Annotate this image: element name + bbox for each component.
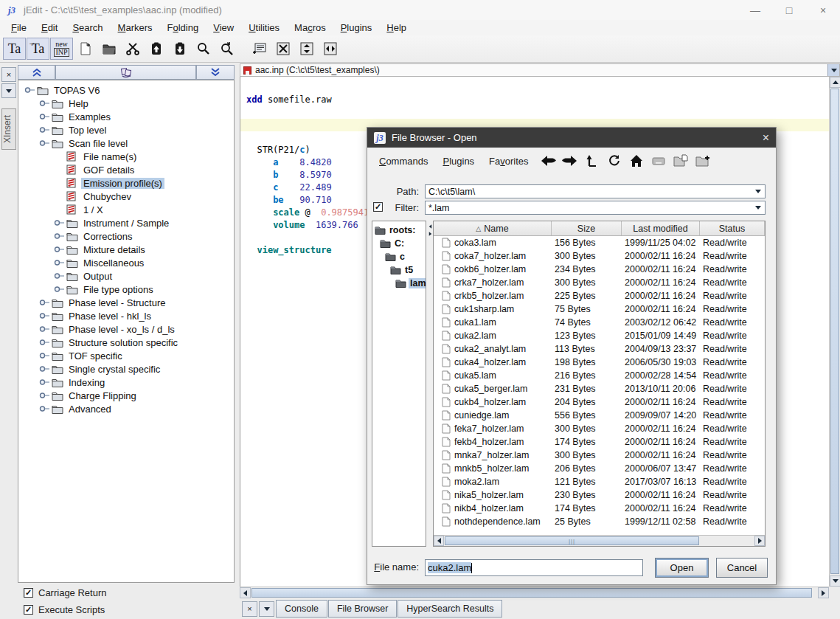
scroll-right-button[interactable] bbox=[818, 587, 829, 598]
open-file-button[interactable] bbox=[97, 38, 120, 60]
expand-handle-icon[interactable] bbox=[39, 299, 52, 306]
expand-handle-icon[interactable] bbox=[54, 286, 66, 293]
ta-arrow-button[interactable]: →Ta bbox=[27, 38, 49, 60]
xinsert-menu-button[interactable] bbox=[1, 83, 16, 98]
roots-tree-item[interactable]: c bbox=[372, 250, 426, 263]
close-button[interactable]: × bbox=[806, 0, 840, 20]
file-row[interactable]: mnka7_holzer.lam300 Bytes2000/02/11 16:2… bbox=[434, 449, 765, 462]
tree-item[interactable]: File name(s) bbox=[18, 150, 234, 163]
menu-search[interactable]: Search bbox=[65, 20, 110, 35]
horizontal-scroll-thumb[interactable]: ||| bbox=[445, 536, 699, 545]
roots-tree-item[interactable]: t5 bbox=[372, 263, 426, 277]
column-header-size[interactable]: Size bbox=[552, 221, 622, 235]
expand-handle-icon[interactable] bbox=[54, 246, 66, 253]
tree-item[interactable]: Structure solution specific bbox=[18, 336, 234, 349]
dock-tab-console[interactable]: Console bbox=[276, 600, 327, 618]
reload-tree-button[interactable] bbox=[55, 65, 196, 80]
file-row[interactable]: coka7_holzer.lam300 Bytes2000/02/11 16:2… bbox=[434, 249, 765, 263]
column-header-name[interactable]: △Name bbox=[434, 221, 552, 235]
roots-tree-item[interactable]: roots: bbox=[372, 224, 426, 237]
expand-handle-icon[interactable] bbox=[39, 113, 52, 120]
roots-button[interactable] bbox=[649, 152, 669, 170]
expand-handle-icon[interactable] bbox=[54, 272, 66, 280]
tree-item[interactable]: Miscellaneous bbox=[18, 256, 234, 269]
file-row[interactable]: nothdependence.lam25 Bytes1999/12/11 02:… bbox=[434, 515, 765, 528]
path-combo[interactable]: C:\c\t5\lam\ bbox=[425, 184, 766, 198]
buffer-switcher[interactable]: aac.inp (C:\c\t5\test_examples\) bbox=[240, 63, 840, 77]
dialog-close-button[interactable]: × bbox=[763, 131, 769, 145]
expand-handle-icon[interactable] bbox=[39, 339, 52, 346]
reload-button[interactable] bbox=[605, 152, 625, 170]
scroll-down-button[interactable] bbox=[830, 575, 840, 587]
tree-item[interactable]: Charge Flipping bbox=[18, 389, 234, 402]
dialog-menu-commands[interactable]: Commands bbox=[372, 156, 435, 167]
split-horizontal-button[interactable] bbox=[295, 38, 318, 60]
forward-button[interactable] bbox=[560, 152, 580, 170]
menu-help[interactable]: Help bbox=[379, 20, 414, 35]
dock-close-button[interactable]: × bbox=[242, 601, 257, 617]
tree-item[interactable]: Top level bbox=[18, 123, 234, 136]
dialog-menu-plugins[interactable]: Plugins bbox=[435, 156, 482, 167]
dock-tab-file-browser[interactable]: File Browser bbox=[328, 600, 397, 618]
tree-item[interactable]: Corrections bbox=[18, 229, 234, 243]
tree-item[interactable]: Scan file level bbox=[18, 136, 234, 150]
tree-item[interactable]: Output bbox=[18, 269, 234, 283]
file-row[interactable]: feka7_holzer.lam300 Bytes2000/02/11 16:2… bbox=[434, 422, 765, 435]
checkbox[interactable]: ✓ bbox=[24, 588, 33, 598]
tree-item[interactable]: Advanced bbox=[18, 402, 234, 415]
filter-combo[interactable]: *.lam bbox=[425, 201, 766, 215]
xinsert-close-button[interactable]: × bbox=[1, 67, 16, 82]
find-button[interactable] bbox=[192, 38, 215, 60]
file-row[interactable]: cuniedge.lam556 Bytes2009/09/07 14:20Rea… bbox=[434, 409, 765, 422]
new-directory-button[interactable] bbox=[693, 152, 713, 170]
new-inp-button[interactable]: newINP bbox=[50, 38, 73, 60]
checkbox[interactable]: ✓ bbox=[24, 605, 33, 615]
tree-item[interactable]: Instrument / Sample bbox=[18, 216, 234, 229]
xinsert-dock-tab[interactable]: XInsert bbox=[1, 108, 16, 150]
column-header-status[interactable]: Status bbox=[700, 221, 765, 235]
split-vertical-button[interactable] bbox=[319, 38, 341, 60]
expand-handle-icon[interactable] bbox=[24, 86, 37, 94]
scroll-up-button[interactable] bbox=[830, 77, 840, 88]
file-row[interactable]: mnkb5_holzer.lam206 Bytes2000/06/07 13:4… bbox=[434, 462, 765, 475]
tree-item[interactable]: Phase level - xo_ls / d_ls bbox=[18, 322, 234, 336]
dialog-titlebar[interactable]: j3 File Browser - Open × bbox=[367, 128, 776, 148]
tree-table-splitter[interactable] bbox=[427, 221, 433, 547]
expand-handle-icon[interactable] bbox=[39, 392, 52, 399]
expand-handle-icon[interactable] bbox=[39, 325, 52, 333]
back-button[interactable] bbox=[538, 152, 558, 170]
collapse-left-icon[interactable] bbox=[428, 224, 431, 229]
tree-item[interactable]: Phase level - hkl_ls bbox=[18, 309, 234, 322]
tree-item[interactable]: TOPAS V6 bbox=[18, 83, 234, 97]
file-row[interactable]: cuka2.lam123 Bytes2015/01/09 14:49Read/w… bbox=[434, 329, 765, 342]
expand-handle-icon[interactable] bbox=[39, 378, 52, 386]
editor-horizontal-scrollbar[interactable] bbox=[240, 587, 829, 598]
file-row[interactable]: nika5_holzer.lam230 Bytes2000/02/11 16:2… bbox=[434, 488, 765, 502]
synchronize-button[interactable] bbox=[671, 152, 691, 170]
expand-handle-icon[interactable] bbox=[54, 219, 66, 226]
roots-tree-item[interactable]: lam bbox=[372, 277, 426, 290]
tree-item[interactable]: Phase level - Structure bbox=[18, 296, 234, 309]
column-header-last-modified[interactable]: Last modified bbox=[622, 221, 700, 235]
menu-folding[interactable]: Folding bbox=[160, 20, 206, 35]
file-row[interactable]: cuka4_holzer.lam198 Bytes2006/05/30 19:0… bbox=[434, 356, 765, 369]
file-row[interactable]: fekb4_holzer.lam174 Bytes2000/02/11 16:2… bbox=[434, 435, 765, 449]
expand-handle-icon[interactable] bbox=[39, 139, 52, 147]
collapse-all-button[interactable] bbox=[18, 65, 55, 80]
horizontal-scroll-thumb[interactable] bbox=[251, 588, 812, 598]
menu-utilities[interactable]: Utilities bbox=[241, 20, 287, 35]
table-horizontal-scrollbar[interactable]: ||| bbox=[434, 535, 765, 546]
unsplit-button[interactable] bbox=[271, 38, 294, 60]
macros-button[interactable] bbox=[248, 38, 271, 60]
menu-edit[interactable]: Edit bbox=[34, 20, 65, 35]
open-button[interactable]: Open bbox=[655, 558, 709, 578]
menu-markers[interactable]: Markers bbox=[111, 20, 160, 35]
file-row[interactable]: coka3.lam156 Bytes1999/11/25 04:02Read/w… bbox=[434, 236, 765, 249]
scroll-left-button[interactable] bbox=[434, 536, 444, 546]
expand-handle-icon[interactable] bbox=[39, 312, 52, 319]
dock-tab-hypersearch-results[interactable]: HyperSearch Results bbox=[398, 600, 502, 618]
scroll-left-button[interactable] bbox=[240, 587, 251, 598]
menu-file[interactable]: File bbox=[4, 20, 34, 35]
paste-button[interactable] bbox=[168, 38, 191, 60]
tree-item[interactable]: 1 / X bbox=[18, 203, 234, 216]
